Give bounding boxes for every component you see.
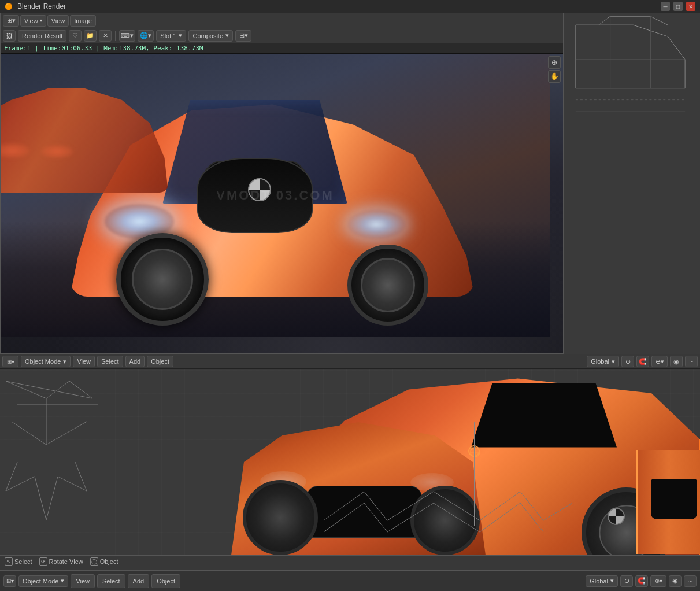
object-mode-label: Object Mode xyxy=(25,358,61,365)
object-mode-status-label: Object Mode xyxy=(23,578,58,585)
close-button[interactable]: ✕ xyxy=(686,2,695,11)
render-mode-icon[interactable]: ⊞▾ xyxy=(3,15,19,27)
maximize-button[interactable]: □ xyxy=(673,2,683,11)
select-cursor-icon: ↖ xyxy=(5,557,13,566)
viewport-header: ⊞▾ Object Mode ▾ View Select Add Object … xyxy=(0,354,700,369)
wheel-bottom-right xyxy=(410,486,480,555)
render-result-label: Render Result xyxy=(22,32,62,39)
cursor-area: ↖ Select ⟳ Rotate View ◯ Object xyxy=(0,555,123,568)
render-menubar: ⊞▾ View ▾ View Image xyxy=(1,13,563,28)
cursor-select-item: ↖ Select xyxy=(5,557,32,566)
zoom-icon-btn[interactable]: ⊕ xyxy=(548,56,561,69)
status-object-mode[interactable]: Object Mode ▾ xyxy=(18,575,68,587)
status-select-label: Select xyxy=(102,578,120,585)
headlight-right xyxy=(347,210,405,239)
status-add-btn[interactable]: Add xyxy=(128,574,150,588)
status-object-btn[interactable]: Object xyxy=(151,574,180,588)
composite-dropdown[interactable]: Composite ▾ xyxy=(188,30,233,42)
heart-icon[interactable]: ♡ xyxy=(69,30,82,42)
hand-icon-btn[interactable]: ✋ xyxy=(548,70,561,83)
shading-icon[interactable]: ◉ xyxy=(670,356,683,367)
render-icons: ⊕ ✋ xyxy=(548,56,561,83)
status-global-dropdown[interactable]: Global ▾ xyxy=(586,575,618,587)
rear-car xyxy=(1,65,168,193)
folder-icon[interactable]: 📁 xyxy=(84,30,97,42)
cursor-select-label: Select xyxy=(14,558,32,565)
minimize-button[interactable]: ─ xyxy=(661,2,670,11)
title-bar: 🟠 Blender Render ─ □ ✕ xyxy=(0,0,700,13)
add-menu-btn[interactable]: Add xyxy=(125,356,145,367)
hand-icon: ✋ xyxy=(550,72,559,80)
select-menu-btn[interactable]: Select xyxy=(97,356,123,367)
rotate-cursor-icon: ⟳ xyxy=(39,557,47,566)
render-canvas: VMODT 03.COM ⊕ ✋ xyxy=(1,54,563,353)
pivot-icon[interactable]: ⊙ xyxy=(621,356,634,367)
slot-label: Slot 1 xyxy=(160,32,176,39)
separator1 xyxy=(115,31,116,41)
render-window: ⊞▾ View ▾ View Image 🖼 Render Result ♡ 📁… xyxy=(0,13,564,354)
object-mode-dropdown[interactable]: Object Mode ▾ xyxy=(21,356,71,367)
render-image: VMODT 03.COM xyxy=(1,54,550,337)
bmw-logo xyxy=(248,178,271,201)
transform-icon[interactable]: ⊕▾ xyxy=(651,356,668,367)
status-shading-icon[interactable]: ◉ xyxy=(669,575,682,587)
image-label: Image xyxy=(74,17,92,24)
status-pivot-icon[interactable]: ⊙ xyxy=(620,575,633,587)
status-object-label: Object xyxy=(157,578,175,585)
vertical-line xyxy=(474,422,475,526)
render-info-text: Frame:1 | Time:01:06.33 | Mem:138.73M, P… xyxy=(4,45,203,52)
viewport-3d-content xyxy=(0,369,700,555)
cursor-rotate-item: ⟳ Rotate View xyxy=(39,557,83,566)
global-label: Global xyxy=(591,358,609,365)
render-result-dropdown[interactable]: Render Result xyxy=(18,30,66,42)
car3d-bmw-logo xyxy=(608,508,625,525)
render-view-btn2[interactable]: View xyxy=(47,15,69,27)
side-wireframe-svg xyxy=(564,13,700,354)
status-prop-icon[interactable]: ⊕▾ xyxy=(650,575,666,587)
global-dropdown[interactable]: Global ▾ xyxy=(587,356,619,367)
status-add-label: Add xyxy=(133,578,145,585)
car3d-grille xyxy=(651,479,697,519)
zoom-icon: ⊕ xyxy=(551,58,557,67)
cursor-object-label: Object xyxy=(100,558,118,565)
status-global-label: Global xyxy=(590,578,608,585)
rear-car-body xyxy=(1,77,168,193)
side-viewport xyxy=(564,13,700,354)
object-menu-btn[interactable]: Object xyxy=(147,356,173,367)
status-mode-icon[interactable]: ⊞▾ xyxy=(3,575,16,587)
slot-dropdown[interactable]: Slot 1 ▾ xyxy=(156,30,186,42)
app-icon: 🟠 xyxy=(5,3,13,10)
status-view-btn[interactable]: View xyxy=(71,574,95,588)
wheel-bottom-left xyxy=(243,480,318,555)
more-icon[interactable]: ⊞▾ xyxy=(235,30,251,42)
view-label2: View xyxy=(51,17,65,24)
title-bar-title: Blender Render xyxy=(17,2,66,10)
status-select-btn[interactable]: Select xyxy=(97,574,125,588)
cursor-object-item: ◯ Object xyxy=(90,557,118,566)
view-menu-btn[interactable]: View xyxy=(73,356,95,367)
overlay-icon[interactable]: ~ xyxy=(685,356,698,367)
cursor-rotate-label: Rotate View xyxy=(49,558,83,565)
render-image-btn[interactable]: Image xyxy=(70,15,96,27)
front-grille-bottom xyxy=(306,486,422,538)
wheel-right xyxy=(347,245,428,326)
status-view-label: View xyxy=(76,578,90,585)
render-icon1[interactable]: 🖼 xyxy=(3,30,16,42)
render-info: Frame:1 | Time:01:06.33 | Mem:138.73M, P… xyxy=(1,43,563,54)
x-icon[interactable]: ✕ xyxy=(99,30,112,42)
gpu-icon[interactable]: ⌨▾ xyxy=(119,30,135,42)
gizmo-svg xyxy=(469,446,481,458)
status-snap-icon[interactable]: 🧲 xyxy=(635,575,648,587)
side-viewport-content xyxy=(564,13,700,354)
object-cursor-icon: ◯ xyxy=(90,557,98,566)
status-tilde-icon[interactable]: ~ xyxy=(684,575,697,587)
3d-mode-icon[interactable]: ⊞▾ xyxy=(2,356,18,367)
render-toolbar: 🖼 Render Result ♡ 📁 ✕ ⌨▾ 🌐▾ Slot 1 ▾ Com… xyxy=(1,28,563,43)
render-view-btn1[interactable]: View ▾ xyxy=(20,15,46,27)
composite-label: Composite xyxy=(192,32,223,39)
wheel-left xyxy=(116,233,209,326)
snap-icon[interactable]: 🧲 xyxy=(636,356,649,367)
view-label1: View xyxy=(24,17,38,24)
globe-icon[interactable]: 🌐▾ xyxy=(138,30,154,42)
rear-light-right xyxy=(41,145,73,158)
